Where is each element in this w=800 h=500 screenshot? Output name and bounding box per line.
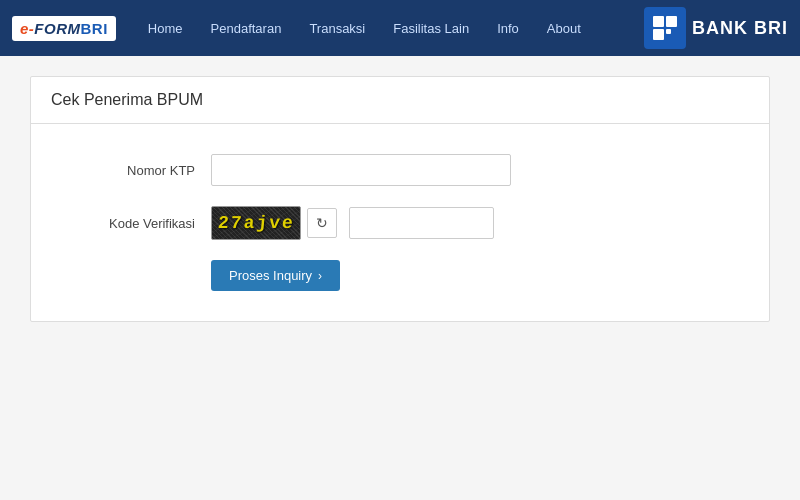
captcha-row: 27ajve ↻ xyxy=(211,206,494,240)
nomor-ktp-row: Nomor KTP xyxy=(71,154,729,186)
nomor-ktp-input[interactable] xyxy=(211,154,511,186)
svg-rect-2 xyxy=(653,29,664,40)
svg-rect-1 xyxy=(666,16,677,27)
page-title: Cek Penerima BPUM xyxy=(51,91,749,109)
nav-transaksi[interactable]: Transaksi xyxy=(295,0,379,56)
nav-pendaftaran[interactable]: Pendaftaran xyxy=(197,0,296,56)
captcha-image: 27ajve xyxy=(211,206,301,240)
nav-about[interactable]: About xyxy=(533,0,595,56)
page-title-bar: Cek Penerima BPUM xyxy=(31,77,769,124)
proses-inquiry-label: Proses Inquiry xyxy=(229,268,312,283)
captcha-input[interactable] xyxy=(349,207,494,239)
nomor-ktp-label: Nomor KTP xyxy=(71,163,211,178)
bri-logo-icon xyxy=(651,14,679,42)
bank-bri-logo: BANK BRI xyxy=(644,7,788,49)
captcha-refresh-button[interactable]: ↻ xyxy=(307,208,337,238)
navbar: e-FORMBRI Home Pendaftaran Transaksi Fas… xyxy=(0,0,800,56)
brand-prefix: e- xyxy=(20,20,34,37)
svg-rect-0 xyxy=(653,16,664,27)
nav-info[interactable]: Info xyxy=(483,0,533,56)
svg-rect-3 xyxy=(666,29,671,34)
form-area: Nomor KTP Kode Verifikasi 27ajve ↻ Prose… xyxy=(31,124,769,321)
kode-verifikasi-row: Kode Verifikasi 27ajve ↻ xyxy=(71,206,729,240)
refresh-icon: ↻ xyxy=(316,215,328,231)
nav-fasilitas-lain[interactable]: Fasilitas Lain xyxy=(379,0,483,56)
brand-logo: e-FORMBRI xyxy=(12,16,116,41)
chevron-right-icon: › xyxy=(318,269,322,283)
main-content: Cek Penerima BPUM Nomor KTP Kode Verifik… xyxy=(30,76,770,322)
nav-links: Home Pendaftaran Transaksi Fasilitas Lai… xyxy=(134,0,595,56)
brand-form: FORM xyxy=(34,20,80,37)
captcha-text: 27ajve xyxy=(217,213,296,233)
brand-bri: BRI xyxy=(81,20,108,37)
navbar-left: e-FORMBRI Home Pendaftaran Transaksi Fas… xyxy=(12,0,595,56)
bri-icon-box xyxy=(644,7,686,49)
proses-inquiry-button[interactable]: Proses Inquiry › xyxy=(211,260,340,291)
kode-verifikasi-label: Kode Verifikasi xyxy=(71,216,211,231)
bank-bri-text: BANK BRI xyxy=(692,18,788,39)
nav-home[interactable]: Home xyxy=(134,0,197,56)
